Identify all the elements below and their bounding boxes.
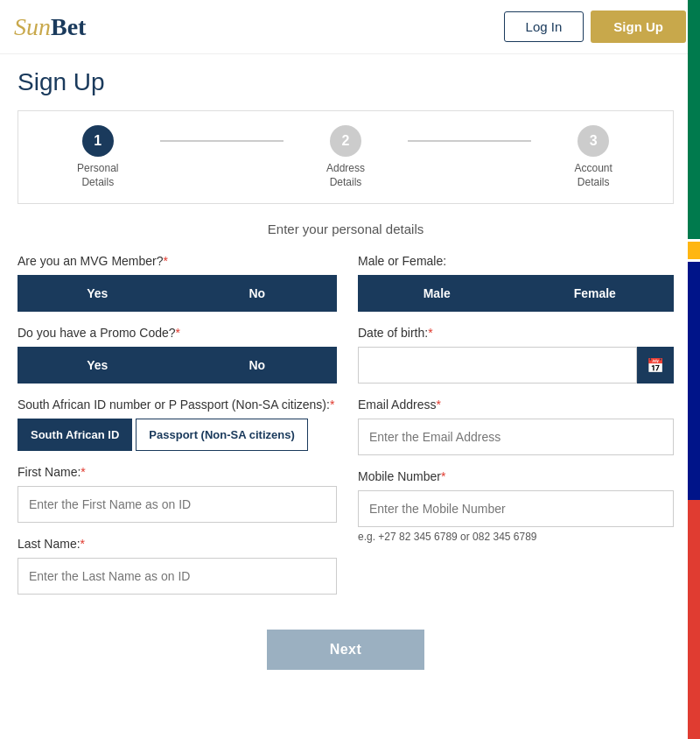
calendar-icon[interactable]: 📅 bbox=[637, 347, 674, 384]
stepper-container: 1 PersonalDetails 2 AddressDetails 3 Acc… bbox=[18, 110, 674, 204]
id-sa-button[interactable]: South African ID bbox=[18, 419, 132, 451]
mvg-buttons: Yes No bbox=[18, 275, 337, 312]
connector-1-2 bbox=[160, 140, 284, 142]
connector-2-3 bbox=[408, 140, 532, 142]
step-3: 3 AccountDetails bbox=[531, 125, 655, 189]
header-buttons: Log In Sign Up bbox=[504, 11, 686, 43]
mvg-yes-button[interactable]: Yes bbox=[18, 275, 178, 312]
email-input[interactable] bbox=[358, 419, 674, 455]
dob-input-wrapper: 📅 bbox=[358, 347, 674, 384]
logo-bet: Bet bbox=[51, 13, 86, 41]
login-button[interactable]: Log In bbox=[504, 11, 584, 42]
mvg-section: Are you an MVG Member?* Yes No bbox=[18, 254, 337, 312]
dob-section: Date of birth:* 📅 bbox=[358, 326, 674, 384]
promo-label: Do you have a Promo Code?* bbox=[18, 326, 337, 340]
email-section: Email Address* bbox=[358, 398, 674, 455]
header: Sun Bet Log In Sign Up bbox=[0, 0, 700, 54]
step-3-label: AccountDetails bbox=[574, 162, 612, 189]
email-label: Email Address* bbox=[358, 398, 674, 412]
step-2: 2 AddressDetails bbox=[284, 125, 408, 189]
step-2-circle: 2 bbox=[330, 125, 361, 157]
step-1-label: PersonalDetails bbox=[77, 162, 118, 189]
mobile-label: Mobile Number* bbox=[358, 469, 674, 483]
dob-input[interactable] bbox=[358, 347, 637, 384]
promo-buttons: Yes No bbox=[18, 347, 337, 384]
stepper: 1 PersonalDetails 2 AddressDetails 3 Acc… bbox=[36, 125, 655, 189]
promo-no-button[interactable]: No bbox=[178, 347, 338, 384]
next-button[interactable]: Next bbox=[267, 630, 424, 670]
form-grid: Are you an MVG Member?* Yes No Do you ha… bbox=[18, 254, 674, 609]
mobile-section: Mobile Number* e.g. +27 82 345 6789 or 0… bbox=[358, 469, 674, 543]
next-btn-container: Next bbox=[18, 630, 674, 670]
id-type-section: South African ID number or P Passport (N… bbox=[18, 398, 337, 451]
firstname-label: First Name:* bbox=[18, 465, 337, 479]
logo: Sun Bet bbox=[14, 13, 86, 41]
id-type-label: South African ID number or P Passport (N… bbox=[18, 398, 337, 412]
gender-label: Male or Female: bbox=[358, 254, 674, 268]
gender-buttons: Male Female bbox=[358, 275, 674, 312]
firstname-section: First Name:* bbox=[18, 465, 337, 523]
promo-yes-button[interactable]: Yes bbox=[18, 347, 178, 384]
step-3-circle: 3 bbox=[578, 125, 609, 157]
gender-female-button[interactable]: Female bbox=[516, 275, 675, 312]
step-1-circle: 1 bbox=[82, 125, 114, 157]
dob-label: Date of birth:* bbox=[358, 326, 674, 340]
step-2-label: AddressDetails bbox=[326, 162, 365, 189]
main-content: Sign Up 1 PersonalDetails 2 AddressDetai… bbox=[0, 54, 700, 701]
signup-button[interactable]: Sign Up bbox=[591, 11, 686, 43]
promo-section: Do you have a Promo Code?* Yes No bbox=[18, 326, 337, 384]
gender-male-button[interactable]: Male bbox=[358, 275, 516, 312]
lastname-label: Last Name:* bbox=[18, 537, 337, 551]
lastname-input[interactable] bbox=[18, 558, 337, 595]
id-passport-button[interactable]: Passport (Non-SA citizens) bbox=[136, 419, 307, 451]
gender-section: Male or Female: Male Female bbox=[358, 254, 674, 312]
page-title: Sign Up bbox=[18, 68, 674, 96]
step-1: 1 PersonalDetails bbox=[36, 125, 160, 189]
form-subtitle: Enter your personal details bbox=[18, 222, 674, 236]
firstname-input[interactable] bbox=[18, 486, 337, 523]
right-column: Male or Female: Male Female Date of birt… bbox=[354, 254, 674, 609]
mobile-hint: e.g. +27 82 345 6789 or 082 345 6789 bbox=[358, 531, 674, 543]
lastname-section: Last Name:* bbox=[18, 537, 337, 595]
mvg-label: Are you an MVG Member?* bbox=[18, 254, 337, 268]
logo-sun: Sun bbox=[14, 13, 51, 41]
flag-strip bbox=[688, 0, 700, 739]
id-type-buttons: South African ID Passport (Non-SA citize… bbox=[18, 419, 337, 451]
mobile-input[interactable] bbox=[358, 490, 674, 527]
mvg-no-button[interactable]: No bbox=[178, 275, 338, 312]
left-column: Are you an MVG Member?* Yes No Do you ha… bbox=[18, 254, 337, 609]
